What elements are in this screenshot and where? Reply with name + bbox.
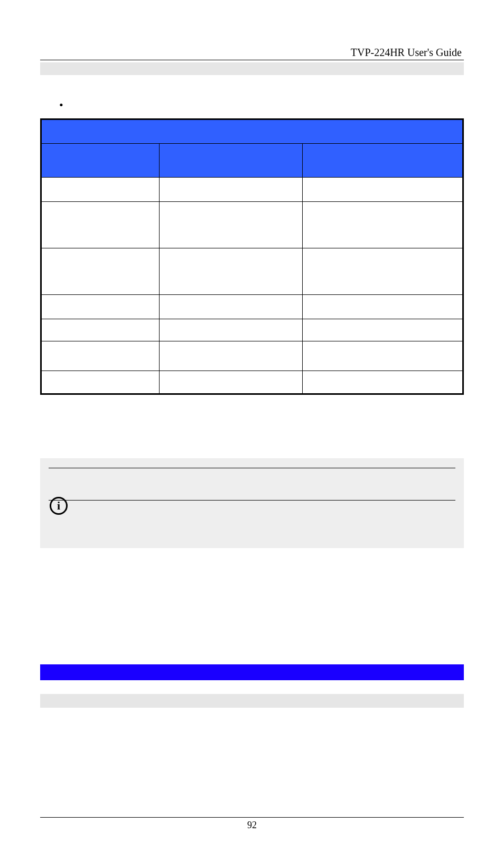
- table-row: [41, 178, 463, 202]
- table-cell: [303, 341, 463, 371]
- table-row: [41, 295, 463, 319]
- bullet-dot-icon: •: [59, 98, 69, 112]
- header-band: [40, 62, 464, 75]
- bottom-bars: [40, 664, 464, 708]
- table-cell: [41, 371, 160, 394]
- table-cell: [303, 295, 463, 319]
- table-cell: [159, 248, 303, 295]
- table-cell: [41, 341, 160, 371]
- table-header-2: [303, 144, 463, 178]
- table-header-1: [159, 144, 303, 178]
- table-header-0: [41, 144, 160, 178]
- grey-bar: [40, 694, 464, 708]
- blue-bar: [40, 664, 464, 680]
- table-cell: [41, 248, 160, 295]
- note-rule-top: [49, 468, 455, 468]
- table-cell: [303, 319, 463, 341]
- table-cell: [41, 319, 160, 341]
- table-cell: [41, 295, 160, 319]
- table-cell: [159, 371, 303, 394]
- white-gap: [40, 680, 464, 694]
- data-table: [40, 118, 464, 395]
- note-box: i: [40, 458, 464, 548]
- footer-rule: [40, 817, 464, 818]
- bullet-item: •: [40, 98, 464, 112]
- footer: 92: [40, 817, 464, 831]
- note-rule-bot: [49, 500, 455, 501]
- table-title-cell: [41, 119, 463, 144]
- table-row: [41, 319, 463, 341]
- table-cell: [159, 341, 303, 371]
- page-number: 92: [40, 820, 464, 831]
- table-cell: [303, 248, 463, 295]
- table-row: [41, 371, 463, 394]
- table-cell: [159, 319, 303, 341]
- page: TVP-224HR User's Guide •: [0, 0, 504, 852]
- table-cell: [159, 202, 303, 248]
- table-row: [41, 202, 463, 248]
- table-cell: [303, 178, 463, 202]
- table-row: [41, 341, 463, 371]
- table-cell: [41, 202, 160, 248]
- table-cell: [159, 295, 303, 319]
- table-cell: [303, 202, 463, 248]
- table-cell: [303, 371, 463, 394]
- table-cell: [159, 178, 303, 202]
- header-rule: [40, 60, 464, 60]
- info-icon: i: [50, 492, 68, 515]
- table-cell: [41, 178, 160, 202]
- header-title: TVP-224HR User's Guide: [40, 47, 464, 59]
- table-row: [41, 248, 463, 295]
- table-wrap: [40, 118, 464, 395]
